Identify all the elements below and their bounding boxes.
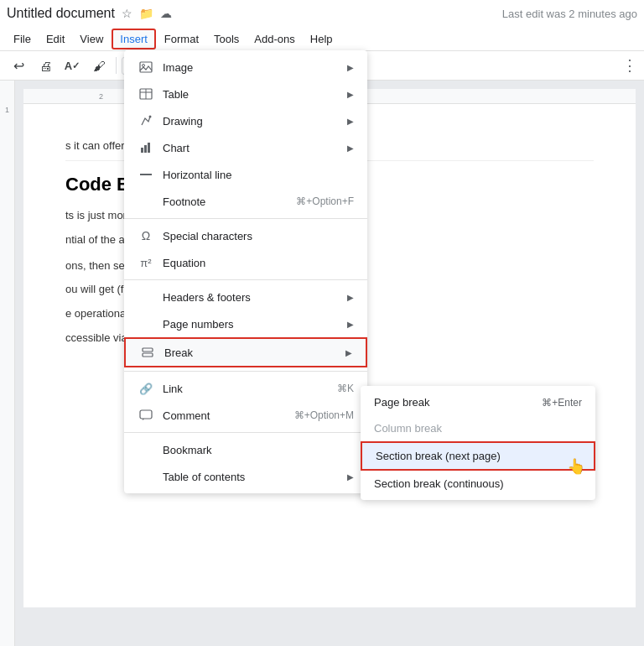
menu-tools[interactable]: Tools xyxy=(207,30,246,48)
link-label: Link xyxy=(163,383,320,395)
pi-icon: π² xyxy=(138,254,154,271)
svg-rect-0 xyxy=(140,62,152,72)
menu-item-table[interactable]: Table ▶ xyxy=(124,81,367,107)
menu-item-hline[interactable]: Horizontal line xyxy=(124,161,367,188)
break-submenu: Page break ⌘+Enter Column break Section … xyxy=(361,386,595,500)
drawing-arrow: ▶ xyxy=(347,117,354,126)
cursor-pointer-icon: 👆 xyxy=(567,457,585,476)
bookmark-label: Bookmark xyxy=(163,444,354,456)
cloud-icon[interactable]: ☁ xyxy=(160,7,172,20)
image-label: Image xyxy=(163,61,347,74)
menu-item-equation[interactable]: π² Equation xyxy=(124,249,367,276)
section-break-continuous-label: Section break (continuous) xyxy=(374,477,504,490)
page-numbers-label: Page numbers xyxy=(163,318,347,331)
menu-item-toc[interactable]: Table of contents ▶ xyxy=(124,463,367,490)
spell-check-button[interactable]: A✓ xyxy=(60,54,84,77)
last-edit-text: Last edit was 2 minutes ago xyxy=(502,8,637,20)
drawing-label: Drawing xyxy=(163,115,347,128)
menu-item-break[interactable]: Break ▶ xyxy=(124,337,367,367)
svg-rect-7 xyxy=(144,145,147,153)
link-shortcut: ⌘K xyxy=(337,383,354,394)
break-icon xyxy=(139,344,156,361)
page-numbers-icon xyxy=(138,315,154,332)
chart-arrow: ▶ xyxy=(347,143,354,153)
submenu-column-break: Column break xyxy=(361,415,595,441)
insert-menu-dropdown: Image ▶ Table ▶ Drawing ▶ Chart ▶ Horizo… xyxy=(124,50,367,493)
bookmark-icon xyxy=(138,441,154,458)
comment-shortcut: ⌘+Option+M xyxy=(294,409,354,421)
svg-rect-8 xyxy=(148,143,150,153)
hline-icon xyxy=(138,166,154,183)
column-break-label: Column break xyxy=(374,422,442,435)
table-arrow: ▶ xyxy=(347,90,354,99)
hline-label: Horizontal line xyxy=(163,169,354,181)
svg-point-1 xyxy=(143,65,145,67)
svg-rect-11 xyxy=(143,353,153,357)
menu-item-bookmark[interactable]: Bookmark xyxy=(124,436,367,463)
svg-point-5 xyxy=(149,116,152,118)
toolbar-more: ⋮ xyxy=(622,56,637,75)
toc-label: Table of contents xyxy=(163,471,347,483)
section-break-next-label: Section break (next page) xyxy=(376,450,501,462)
svg-rect-10 xyxy=(143,348,153,352)
submenu-page-break[interactable]: Page break ⌘+Enter xyxy=(361,389,595,415)
image-icon xyxy=(138,59,154,76)
undo-button[interactable]: ↩ xyxy=(7,54,30,77)
move-icon[interactable]: 📁 xyxy=(139,7,153,20)
toc-icon xyxy=(138,468,154,485)
footnote-shortcut: ⌘+Option+F xyxy=(296,195,354,207)
menu-file[interactable]: File xyxy=(7,30,38,48)
svg-rect-6 xyxy=(141,148,143,153)
menu-item-footnote[interactable]: Footnote ⌘+Option+F xyxy=(124,188,367,215)
menu-format[interactable]: Format xyxy=(158,30,205,48)
chart-label: Chart xyxy=(163,142,347,154)
footnote-icon xyxy=(138,193,154,210)
menu-item-headers-footers[interactable]: Headers & footers ▶ xyxy=(124,284,367,310)
menu-item-special-chars[interactable]: Ω Special characters xyxy=(124,222,367,249)
submenu-section-break-next[interactable]: Section break (next page) 👆 xyxy=(361,441,595,471)
print-button[interactable]: 🖨 xyxy=(34,54,57,77)
headers-arrow: ▶ xyxy=(347,293,354,302)
headers-label: Headers & footers xyxy=(163,291,347,304)
paint-format-button[interactable]: 🖌 xyxy=(87,54,111,77)
table-icon xyxy=(138,86,154,102)
image-arrow: ▶ xyxy=(347,63,354,72)
table-label: Table xyxy=(163,88,347,101)
menu-view[interactable]: View xyxy=(73,30,110,48)
chart-icon xyxy=(138,139,154,156)
submenu-section-break-continuous[interactable]: Section break (continuous) xyxy=(361,471,595,497)
menu-item-drawing[interactable]: Drawing ▶ xyxy=(124,107,367,134)
comment-icon xyxy=(138,407,154,424)
svg-rect-12 xyxy=(140,410,152,419)
vertical-ruler: 1 xyxy=(0,81,15,646)
menu-item-page-numbers[interactable]: Page numbers ▶ xyxy=(124,310,367,337)
menu-bar: File Edit View Insert Format Tools Add-o… xyxy=(0,27,644,50)
page-break-label: Page break xyxy=(374,396,430,409)
omega-icon: Ω xyxy=(138,227,154,244)
special-chars-label: Special characters xyxy=(163,230,354,242)
menu-edit[interactable]: Edit xyxy=(39,30,71,48)
footnote-label: Footnote xyxy=(163,195,279,208)
menu-item-link[interactable]: 🔗 Link ⌘K xyxy=(124,375,367,402)
star-icon[interactable]: ☆ xyxy=(122,7,132,20)
menu-addons[interactable]: Add-ons xyxy=(247,30,301,48)
drawing-icon xyxy=(138,112,154,129)
title-bar: Untitled document ☆ 📁 ☁ Last edit was 2 … xyxy=(0,0,644,27)
toolbar-separator-1 xyxy=(116,57,117,74)
link-icon: 🔗 xyxy=(138,380,154,397)
menu-item-comment[interactable]: Comment ⌘+Option+M xyxy=(124,402,367,429)
doc-title[interactable]: Untitled document xyxy=(7,6,115,21)
equation-label: Equation xyxy=(163,257,354,269)
menu-help[interactable]: Help xyxy=(304,30,340,48)
headers-icon xyxy=(138,289,154,305)
comment-label: Comment xyxy=(163,409,278,422)
break-label: Break xyxy=(164,346,345,359)
page-numbers-arrow: ▶ xyxy=(347,320,354,329)
menu-item-chart[interactable]: Chart ▶ xyxy=(124,134,367,161)
page-break-shortcut: ⌘+Enter xyxy=(542,397,582,409)
break-arrow: ▶ xyxy=(345,348,352,357)
menu-insert[interactable]: Insert xyxy=(112,29,156,49)
toc-arrow: ▶ xyxy=(347,472,354,482)
menu-item-image[interactable]: Image ▶ xyxy=(124,54,367,81)
